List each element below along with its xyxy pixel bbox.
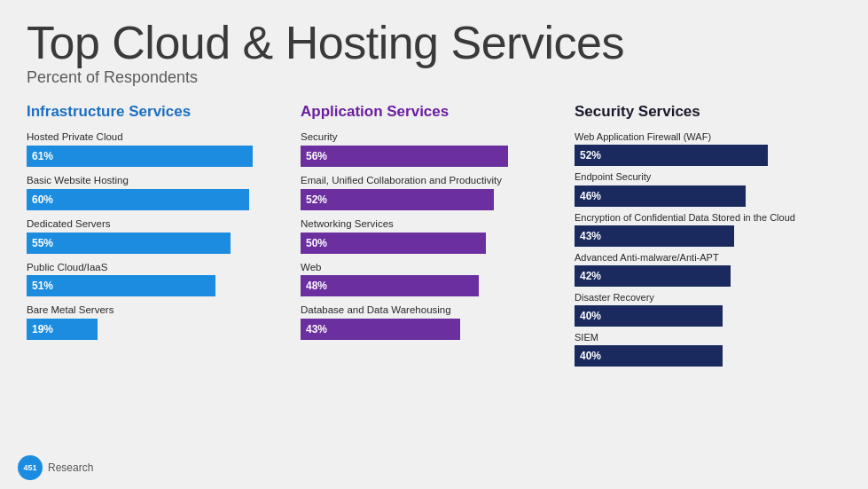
bar-container: 43% [575, 225, 834, 247]
bar: 52% [575, 145, 768, 166]
bar: 19% [27, 319, 98, 340]
bar-percent: 56% [306, 150, 327, 162]
footer-badge: 451 [18, 455, 43, 480]
bar-group: Public Cloud/IaaS51% [27, 262, 286, 297]
bar-group: Web Application Firewall (WAF)52% [575, 131, 834, 166]
bar-container: 52% [301, 189, 560, 210]
bar-container: 55% [27, 233, 286, 254]
bar-percent: 43% [580, 230, 601, 242]
bar-group: Security56% [301, 131, 560, 167]
bar-group: Endpoint Security46% [575, 171, 834, 206]
bar-group: Web48% [301, 262, 560, 297]
bar: 51% [27, 275, 215, 296]
bar: 48% [301, 275, 479, 296]
bar-percent: 19% [32, 323, 53, 335]
main-title: Top Cloud & Hosting Services [27, 18, 841, 68]
bar-percent: 50% [306, 237, 327, 249]
bar-group: SIEM40% [575, 332, 834, 367]
bar-percent: 61% [32, 150, 53, 162]
bar-label: Disaster Recovery [575, 292, 834, 304]
bar-container: 40% [575, 305, 834, 327]
bar-group: Bare Metal Servers19% [27, 304, 286, 340]
bar-group: Dedicated Servers55% [27, 218, 286, 254]
bar: 40% [575, 345, 723, 367]
bar-label: Database and Data Warehousing [301, 304, 560, 317]
bar: 40% [575, 305, 723, 327]
footer-text: Research [48, 461, 93, 474]
bar-container: 46% [575, 185, 834, 207]
bar-label: Networking Services [301, 218, 560, 231]
bar-container: 48% [301, 275, 560, 296]
bar-group: Email, Unified Collaboration and Product… [301, 175, 560, 210]
bar-container: 61% [27, 146, 286, 167]
bar-container: 50% [301, 233, 560, 254]
bar: 43% [575, 225, 734, 247]
bar-label: Email, Unified Collaboration and Product… [301, 175, 560, 187]
bar-group: Encryption of Confidential Data Stored i… [575, 212, 834, 247]
bar-label: Encryption of Confidential Data Stored i… [575, 212, 834, 224]
bar-label: Web [301, 262, 560, 274]
bar-percent: 42% [580, 270, 601, 282]
bar: 50% [301, 233, 486, 254]
bar: 43% [301, 319, 460, 340]
subtitle: Percent of Respondents [27, 68, 841, 87]
bar: 55% [27, 233, 231, 254]
bar-container: 52% [575, 145, 834, 166]
bar-label: Bare Metal Servers [27, 304, 286, 317]
bar-percent: 46% [580, 190, 601, 202]
bar-group: Advanced Anti-malware/Anti-APT42% [575, 252, 834, 287]
bar-group: Networking Services50% [301, 218, 560, 254]
bar-label: Endpoint Security [575, 171, 834, 183]
bar-label: Security [301, 131, 560, 144]
bar-percent: 40% [580, 310, 601, 322]
bar-label: Advanced Anti-malware/Anti-APT [575, 252, 834, 264]
bar-percent: 52% [580, 149, 601, 162]
bar-container: 60% [27, 189, 286, 210]
bar-percent: 48% [306, 280, 327, 292]
bar-label: SIEM [575, 332, 834, 343]
bar-label: Basic Website Hosting [27, 175, 286, 187]
bar-container: 40% [575, 345, 834, 367]
bar-label: Public Cloud/IaaS [27, 262, 286, 274]
bar-label: Web Application Firewall (WAF) [575, 131, 834, 143]
application-column: Application Services Security56%Email, U… [293, 103, 567, 372]
bar-percent: 43% [306, 323, 327, 335]
bar: 42% [575, 265, 731, 287]
bar: 56% [301, 146, 508, 167]
security-column: Security Services Web Application Firewa… [567, 103, 841, 372]
bar-percent: 52% [306, 193, 327, 206]
bar-group: Disaster Recovery40% [575, 292, 834, 327]
bar: 61% [27, 146, 253, 167]
bar-percent: 60% [32, 193, 53, 206]
bar-container: 51% [27, 275, 286, 296]
footer: 451 Research [18, 455, 93, 480]
bar-group: Basic Website Hosting60% [27, 175, 286, 210]
bar: 52% [301, 189, 494, 210]
bar-container: 56% [301, 146, 560, 167]
bar-label: Dedicated Servers [27, 218, 286, 231]
bar-label: Hosted Private Cloud [27, 131, 286, 144]
infra-title: Infrastructure Services [27, 103, 286, 121]
app-title: Application Services [301, 103, 560, 121]
bar-percent: 55% [32, 237, 53, 249]
infrastructure-column: Infrastructure Services Hosted Private C… [27, 103, 293, 372]
sec-title: Security Services [575, 103, 834, 121]
bar-container: 19% [27, 319, 286, 340]
bar: 60% [27, 189, 249, 210]
bar-percent: 51% [32, 280, 53, 292]
bar-container: 42% [575, 265, 834, 287]
bar-percent: 40% [580, 350, 601, 362]
bar: 46% [575, 185, 746, 207]
bar-group: Hosted Private Cloud61% [27, 131, 286, 167]
bar-group: Database and Data Warehousing43% [301, 304, 560, 340]
bar-container: 43% [301, 319, 560, 340]
